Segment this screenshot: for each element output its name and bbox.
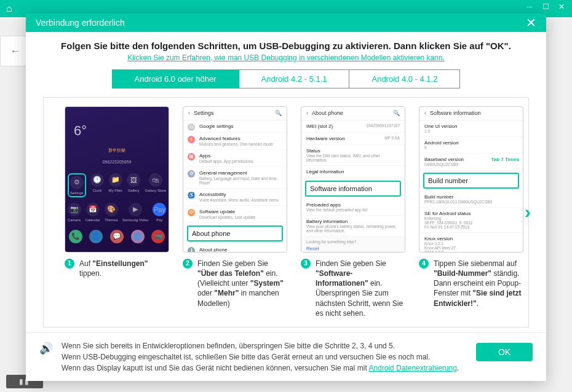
tab-android-4-0[interactable]: Android 4.0 - 4.1.2 — [349, 69, 460, 88]
window-minimize[interactable]: ─ — [523, 0, 536, 14]
modal-title: Verbindung erforderlich — [36, 18, 125, 28]
step-3: ‹About phone🔍 IMEI (slot 2)3542590911971… — [301, 106, 405, 318]
about-phone-highlight: About phone — [187, 225, 283, 241]
headline: Folgen Sie bitte den folgenden Schritten… — [43, 41, 529, 51]
footer-text: Wenn Sie sich bereits in Entwickleroptio… — [62, 340, 467, 374]
phone1-orange-text: 新年快樂 — [65, 147, 169, 154]
learn-more-link[interactable]: Klicken Sie zum Erfahren, wie man USB De… — [43, 53, 529, 62]
android-version-tabs: Android 6.0 oder höher Android 4.2 - 5.1… — [43, 69, 529, 88]
tab-android-6[interactable]: Android 6.0 oder höher — [112, 69, 239, 88]
modal-footer: 🔊 Wenn Sie sich bereits in Entwickleropt… — [26, 332, 546, 381]
step-4: ‹Software information One UI version1.0 … — [419, 106, 523, 318]
android-extraction-link[interactable]: Android Datenextrahierung — [368, 364, 456, 372]
steps-frame: › 6° 新年快樂 096223205859 ⚙Settings 🕐Clock — [43, 97, 529, 327]
window-maximize[interactable]: ☐ — [539, 0, 552, 14]
phone1-digits: 096223205859 — [65, 160, 169, 164]
close-icon[interactable]: ✕ — [526, 15, 536, 30]
speaker-icon: 🔊 — [39, 342, 53, 355]
weather-temp: 6° — [74, 123, 87, 139]
step-number-2: 2 — [183, 259, 193, 269]
next-arrow-icon[interactable]: › — [525, 202, 531, 222]
caption-1: Auf "Einstellungen" tippen. — [79, 259, 169, 278]
usb-debug-modal: Verbindung erforderlich ✕ Folgen Sie bit… — [26, 14, 546, 381]
settings-app-icon: ⚙Settings — [68, 173, 86, 197]
window-close[interactable]: ✕ — [555, 0, 568, 14]
step-number-4: 4 — [419, 259, 429, 269]
step-number-1: 1 — [65, 259, 74, 269]
ok-button[interactable]: OK — [476, 343, 533, 361]
phone-screenshot-3: ‹About phone🔍 IMEI (slot 2)3542590911971… — [301, 106, 405, 253]
tab-android-4-2[interactable]: Android 4.2 - 5.1.1 — [239, 69, 350, 88]
caption-2: Finden Sie geben Sie "Über das Telefon" … — [197, 259, 287, 308]
phone-screenshot-2: ‹Settings🔍 GGoogle settings ⚡Advanced fe… — [183, 106, 287, 253]
step-number-3: 3 — [301, 259, 311, 269]
software-info-highlight: Software information — [305, 181, 401, 197]
modal-header: Verbindung erforderlich ✕ — [26, 14, 546, 32]
caption-4: Tippen Sie siebenmal auf "Build-Nummer" … — [434, 259, 523, 308]
tab-7-times-label: Tab 7 Times — [491, 157, 520, 162]
home-icon[interactable]: ⌂ — [6, 3, 12, 14]
caption-3: Finden Sie geben Sie "Software-Informati… — [316, 259, 405, 318]
step-1: 6° 新年快樂 096223205859 ⚙Settings 🕐Clock 📁M… — [65, 106, 169, 318]
phone-screenshot-4: ‹Software information One UI version1.0 … — [419, 106, 523, 253]
phone-screenshot-1: 6° 新年快樂 096223205859 ⚙Settings 🕐Clock 📁M… — [65, 106, 169, 253]
build-number-highlight: Build number — [423, 173, 519, 189]
step-2: ‹Settings🔍 GGoogle settings ⚡Advanced fe… — [183, 106, 287, 318]
